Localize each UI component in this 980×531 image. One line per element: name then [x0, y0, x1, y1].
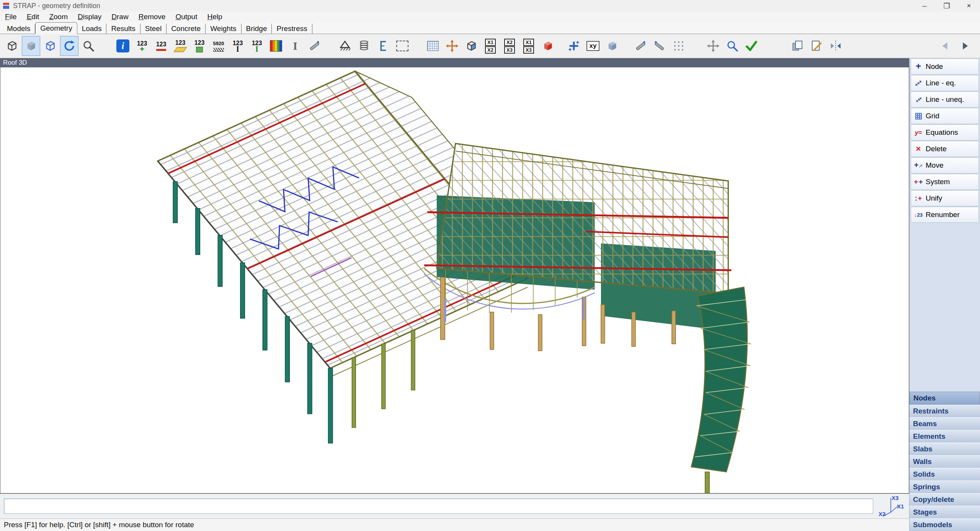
walls-button[interactable] — [374, 36, 392, 56]
dot-grid-icon — [672, 39, 685, 52]
steel-sections-button[interactable]: 123I — [248, 36, 266, 56]
dimension-hatch-icon — [213, 48, 224, 52]
model-view-button[interactable] — [3, 36, 21, 56]
tab-geometry[interactable]: Geometry — [35, 22, 77, 34]
tab-steel[interactable]: Steel — [140, 24, 167, 34]
category-solids[interactable]: Solids — [910, 468, 980, 480]
beam-numbers-button[interactable]: 123 — [152, 36, 170, 56]
copy-pages-icon — [791, 39, 804, 52]
rotate-model-button[interactable] — [443, 36, 461, 56]
tab-concrete[interactable]: Concrete — [167, 24, 206, 34]
menu-edit[interactable]: Edit — [22, 11, 44, 22]
solid-cube-icon — [24, 39, 38, 52]
mirror-button[interactable] — [826, 36, 845, 56]
line-equal-points-icon — [913, 79, 924, 87]
submodel-view-button[interactable] — [41, 36, 59, 56]
model-canvas[interactable] — [0, 67, 909, 493]
tool-line-eq[interactable]: Line - eq. — [911, 75, 979, 91]
menu-output[interactable]: Output — [170, 11, 202, 22]
element-numbers-button[interactable]: 123 — [171, 36, 189, 56]
category-beams[interactable]: Beams — [910, 417, 980, 430]
tab-prestress[interactable]: Prestress — [272, 24, 312, 34]
beam-sections-button[interactable]: 123I — [229, 36, 247, 56]
category-stages[interactable]: Stages — [910, 506, 980, 518]
previous-view-button[interactable] — [936, 36, 955, 56]
measure-tool-button[interactable] — [723, 36, 742, 56]
close-button[interactable]: × — [958, 0, 980, 11]
dimensions-button[interactable]: 5920 — [209, 36, 228, 56]
release-tool-button[interactable] — [305, 36, 323, 56]
plane-x1x3-button[interactable]: X1X3 — [519, 36, 538, 56]
select-window-button[interactable] — [393, 36, 412, 56]
accept-button[interactable] — [742, 36, 761, 56]
line-unequal-points-icon — [913, 95, 924, 104]
menu-display[interactable]: Display — [73, 11, 106, 22]
menu-draw[interactable]: Draw — [106, 11, 133, 22]
menu-file[interactable]: File — [0, 11, 22, 22]
renumber-icon — [913, 211, 924, 219]
category-slabs[interactable]: Slabs — [910, 443, 980, 455]
category-springs[interactable]: Springs — [910, 480, 980, 493]
tool-delete[interactable]: Delete — [911, 141, 979, 157]
supports-button[interactable] — [336, 36, 354, 56]
zoom-window-button[interactable] — [79, 36, 98, 56]
section-shape-button[interactable]: I — [286, 36, 304, 56]
steel-ibeam-icon: I — [255, 46, 258, 52]
tool-grid[interactable]: Grid — [911, 108, 979, 124]
tool-renumber[interactable]: Renumber — [911, 207, 979, 223]
tool-equations[interactable]: Equations — [911, 124, 979, 141]
export-drawing-button[interactable] — [807, 36, 826, 56]
copy-view-button[interactable] — [788, 36, 807, 56]
menu-help[interactable]: Help — [202, 11, 227, 22]
command-input[interactable] — [4, 498, 873, 514]
category-copy-delete[interactable]: Copy/delete — [910, 493, 980, 506]
tab-loads[interactable]: Loads — [77, 24, 107, 34]
strap-application-window: STRAP - geometry definition – ❐ × File E… — [0, 0, 980, 531]
maximize-button[interactable]: ❐ — [936, 0, 958, 11]
pick-tool-button[interactable] — [631, 36, 650, 56]
solid-model-button[interactable] — [603, 36, 621, 56]
category-submodels[interactable]: Submodels — [910, 518, 980, 531]
pan-view-button[interactable] — [704, 36, 722, 56]
category-elements[interactable]: Elements — [910, 430, 980, 443]
plane-view-button[interactable] — [462, 36, 480, 56]
tool-move[interactable]: Move — [911, 157, 979, 173]
weld-tool-button[interactable] — [650, 36, 669, 56]
mesh-grid-icon — [427, 41, 439, 51]
next-view-button[interactable] — [956, 36, 974, 56]
viewport-title-bar: Roof 3D — [0, 58, 909, 67]
title-bar: STRAP - geometry definition – ❐ × — [0, 0, 980, 11]
node-numbers-button[interactable]: 123+ — [133, 36, 151, 56]
plane-x2x3-button[interactable]: X2X3 — [500, 36, 519, 56]
tool-unify[interactable]: Unify — [911, 190, 979, 206]
gray-cube-icon — [606, 39, 619, 52]
plane-x1x2-button[interactable]: X1X2 — [481, 36, 500, 56]
tool-system[interactable]: System — [911, 174, 979, 190]
tab-results[interactable]: Results — [106, 24, 140, 34]
tab-bridge[interactable]: Bridge — [242, 24, 272, 34]
redraw-button[interactable] — [60, 36, 78, 56]
menu-remove[interactable]: Remove — [134, 11, 171, 22]
plane-xy-button[interactable]: xy — [584, 36, 602, 56]
category-walls[interactable]: Walls — [910, 455, 980, 468]
color-map-button[interactable] — [267, 36, 285, 56]
category-nodes[interactable]: Nodes — [910, 392, 980, 405]
tool-node[interactable]: Node — [911, 59, 979, 75]
menu-zoom[interactable]: Zoom — [44, 11, 73, 22]
axis-indicator: X3 X1 X2 — [878, 495, 905, 518]
render-view-button[interactable] — [22, 36, 40, 56]
minimize-button[interactable]: – — [913, 0, 936, 11]
point-grid-button[interactable] — [670, 36, 688, 56]
status-bar: Press [F1] for help. [Ctrl] or [shift] +… — [0, 518, 909, 531]
info-button[interactable]: i — [114, 36, 132, 56]
tool-line-uneq[interactable]: Line - uneq. — [911, 91, 979, 108]
tab-models[interactable]: Models — [2, 24, 35, 34]
tab-weights[interactable]: Weights — [206, 24, 241, 34]
solid-numbers-button[interactable]: 123 — [190, 36, 209, 56]
info-icon: i — [116, 39, 129, 52]
grid-plane-button[interactable] — [424, 36, 442, 56]
springs-button[interactable] — [355, 36, 373, 56]
node-grid-button[interactable] — [565, 36, 583, 56]
category-restraints[interactable]: Restraints — [910, 405, 980, 417]
iso-view-button[interactable] — [539, 36, 557, 56]
